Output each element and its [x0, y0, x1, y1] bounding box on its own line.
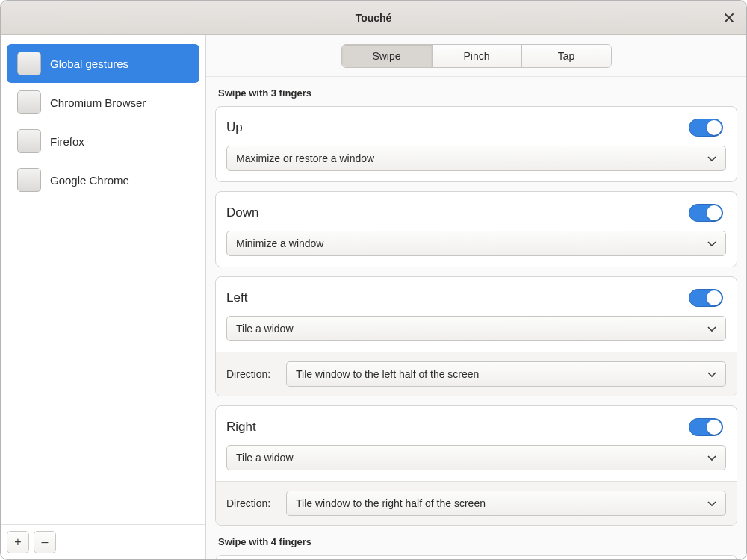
gesture-name-label: Down: [226, 205, 258, 220]
toggle-knob: [707, 290, 722, 305]
sidebar-item-chromium[interactable]: Chromium Browser: [7, 83, 199, 122]
sidebar: Global gestures Chromium Browser Firefox…: [1, 35, 206, 559]
window-title: Touché: [356, 12, 392, 24]
gesture-type-tabs: Swipe Pinch Tap: [206, 35, 746, 77]
remove-app-button[interactable]: –: [34, 531, 56, 553]
toggle-knob: [707, 120, 722, 135]
direction-label: Direction:: [226, 368, 274, 380]
toggle-knob: [707, 420, 722, 435]
tab-switcher: Swipe Pinch Tap: [341, 44, 612, 68]
gesture-direction-row: Direction: Tile window to the right half…: [216, 481, 737, 525]
touchpad-icon: [17, 52, 41, 75]
gesture-name-label: Up: [226, 120, 243, 135]
sidebar-item-global[interactable]: Global gestures: [7, 44, 199, 83]
sidebar-item-label: Chromium Browser: [50, 96, 146, 109]
dropdown-value: Tile a widow: [236, 323, 294, 335]
content-split: Global gestures Chromium Browser Firefox…: [1, 35, 746, 559]
chevron-down-icon: [707, 237, 716, 250]
app-list: Global gestures Chromium Browser Firefox…: [1, 35, 205, 524]
add-app-button[interactable]: +: [7, 531, 29, 553]
close-icon[interactable]: [721, 10, 737, 26]
chevron-down-icon: [707, 322, 716, 335]
gesture-action-dropdown[interactable]: Tile a widow: [226, 445, 726, 470]
gesture-action-dropdown[interactable]: Tile a widow: [226, 316, 726, 341]
chevron-down-icon: [707, 497, 716, 510]
gesture-action-dropdown[interactable]: Minimize a window: [226, 231, 726, 256]
sidebar-item-chrome[interactable]: Google Chrome: [7, 161, 199, 199]
section-header-swipe3: Swipe with 3 fingers: [218, 87, 734, 99]
chevron-down-icon: [707, 451, 716, 464]
dropdown-value: Tile a widow: [236, 452, 294, 464]
direction-dropdown[interactable]: Tile window to the left half of the scre…: [286, 361, 726, 387]
tab-tap[interactable]: Tap: [521, 45, 611, 67]
toggle-knob: [707, 205, 722, 220]
app-icon: [17, 129, 41, 153]
section-header-swipe4: Swipe with 4 fingers: [218, 536, 734, 547]
main-pane: Swipe Pinch Tap Swipe with 3 fingers Up: [206, 35, 746, 559]
tab-swipe[interactable]: Swipe: [342, 45, 432, 67]
gesture-enabled-toggle[interactable]: [689, 119, 723, 137]
gesture-header: Up: [216, 556, 737, 559]
chevron-down-icon: [707, 367, 716, 381]
gesture-direction-row: Direction: Tile window to the left half …: [216, 352, 737, 396]
sidebar-item-label: Firefox: [50, 135, 84, 148]
gesture-enabled-toggle[interactable]: [689, 289, 723, 307]
dropdown-value: Tile window to the right half of the scr…: [296, 497, 486, 509]
title-bar: Touché: [1, 1, 746, 35]
sidebar-item-firefox[interactable]: Firefox: [7, 122, 199, 161]
dropdown-value: Maximize or restore a window: [236, 152, 374, 164]
direction-dropdown[interactable]: Tile window to the right half of the scr…: [286, 491, 726, 516]
dropdown-value: Tile window to the left half of the scre…: [296, 368, 479, 380]
gesture-header: Down: [216, 192, 737, 231]
gesture-name-label: Left: [226, 290, 247, 305]
gesture-action-dropdown[interactable]: Maximize or restore a window: [226, 146, 726, 171]
sidebar-footer: + –: [1, 524, 205, 559]
gesture-card-down: Down Minimize a window: [215, 191, 737, 267]
app-icon: [17, 90, 41, 114]
gesture-card-up-4f: Up: [215, 555, 737, 559]
sidebar-item-label: Google Chrome: [50, 174, 129, 187]
gesture-card-left: Left Tile a widow Direction:: [215, 276, 737, 396]
gesture-header: Right: [216, 406, 737, 445]
gesture-enabled-toggle[interactable]: [689, 418, 723, 436]
tab-pinch[interactable]: Pinch: [432, 45, 521, 67]
gesture-card-up: Up Maximize or restore a window: [215, 106, 737, 182]
gesture-scroll-area[interactable]: Swipe with 3 fingers Up Maximize or rest…: [206, 77, 746, 559]
gesture-card-right: Right Tile a widow Direction:: [215, 405, 737, 526]
window-root: Touché Global gestures Chromium Browser …: [0, 0, 747, 560]
direction-label: Direction:: [226, 497, 274, 509]
gesture-header: Up: [216, 107, 737, 146]
gesture-header: Left: [216, 277, 737, 316]
gesture-name-label: Right: [226, 420, 256, 435]
app-icon: [17, 168, 41, 192]
dropdown-value: Minimize a window: [236, 237, 323, 249]
sidebar-item-label: Global gestures: [50, 57, 128, 70]
gesture-enabled-toggle[interactable]: [689, 204, 723, 222]
chevron-down-icon: [707, 152, 716, 165]
